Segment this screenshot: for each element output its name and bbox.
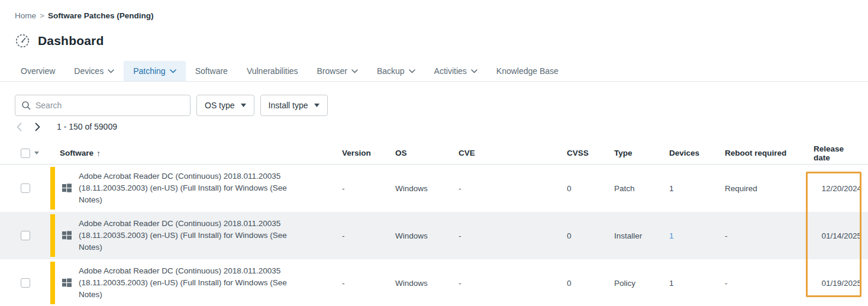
tab-knowledge-base[interactable]: Knowledge Base bbox=[487, 61, 568, 81]
reboot-required-cell: - bbox=[725, 231, 814, 240]
select-all-checkbox[interactable] bbox=[21, 149, 30, 158]
tab-devices[interactable]: Devices bbox=[64, 61, 124, 81]
chevron-down-icon bbox=[409, 69, 415, 73]
column-header-devices[interactable]: Devices bbox=[669, 149, 725, 157]
cve-cell: - bbox=[459, 231, 567, 240]
tab-patching[interactable]: Patching bbox=[124, 61, 185, 81]
type-cell: Installer bbox=[614, 231, 669, 240]
sort-ascending-icon: ↑ bbox=[96, 149, 101, 158]
row-checkbox[interactable] bbox=[21, 278, 30, 288]
software-cell: Adobe Acrobat Reader DC (Continuous) 201… bbox=[44, 259, 342, 306]
row-checkbox[interactable] bbox=[21, 231, 30, 240]
column-header-os[interactable]: OS bbox=[395, 149, 459, 157]
release-date-cell: 01/19/2025 bbox=[814, 279, 861, 288]
column-header-release-date[interactable]: Release date bbox=[814, 144, 861, 162]
filter-bar: OS type Install type bbox=[15, 95, 328, 116]
software-cell: Adobe Acrobat Reader DC (Continuous) 201… bbox=[44, 165, 342, 212]
patches-table: Software ↑ Version OS CVE CVSS Type Devi… bbox=[0, 142, 868, 306]
search-input[interactable] bbox=[36, 101, 184, 110]
tab-activities[interactable]: Activities bbox=[425, 61, 487, 81]
windows-icon bbox=[62, 278, 72, 288]
table-row[interactable]: Adobe Acrobat Reader DC (Continuous) 201… bbox=[0, 212, 868, 259]
pagination-range: 1 - 150 of 59009 bbox=[57, 122, 117, 131]
tab-backup[interactable]: Backup bbox=[367, 61, 425, 81]
tab-browser[interactable]: Browser bbox=[308, 61, 367, 81]
install-type-filter[interactable]: Install type bbox=[260, 95, 328, 116]
column-header-cvss[interactable]: CVSS bbox=[567, 149, 614, 157]
reboot-required-cell: - bbox=[725, 279, 814, 288]
select-menu-caret-icon[interactable] bbox=[34, 152, 39, 154]
tab-overview[interactable]: Overview bbox=[11, 61, 64, 81]
devices-cell[interactable]: 1 bbox=[669, 279, 725, 288]
reboot-required-cell: Required bbox=[725, 184, 814, 193]
search-icon bbox=[21, 101, 31, 110]
windows-icon bbox=[62, 231, 72, 240]
previous-page-icon[interactable] bbox=[17, 123, 22, 131]
type-cell: Policy bbox=[614, 279, 669, 288]
cvss-cell: 0 bbox=[567, 231, 614, 240]
breadcrumb: Home > Software Patches (Pending) bbox=[15, 11, 153, 20]
os-cell: Windows bbox=[395, 231, 459, 240]
version-cell: - bbox=[342, 184, 395, 193]
breadcrumb-home-link[interactable]: Home bbox=[15, 11, 36, 20]
type-cell: Patch bbox=[614, 184, 669, 193]
devices-cell[interactable]: 1 bbox=[669, 184, 725, 193]
patching-dashboard-page: Home > Software Patches (Pending) Dashbo… bbox=[0, 0, 868, 306]
chevron-down-icon bbox=[108, 69, 114, 73]
software-name: Adobe Acrobat Reader DC (Continuous) 201… bbox=[79, 218, 311, 253]
chevron-down-icon bbox=[351, 69, 358, 73]
severity-bar bbox=[50, 167, 55, 210]
row-select-cell bbox=[15, 183, 44, 193]
os-cell: Windows bbox=[395, 184, 459, 193]
caret-down-icon bbox=[314, 104, 320, 107]
column-header-software[interactable]: Software ↑ bbox=[44, 149, 342, 158]
os-cell: Windows bbox=[395, 279, 459, 288]
cve-cell: - bbox=[459, 184, 567, 193]
release-date-cell: 01/14/2025 bbox=[814, 231, 861, 240]
column-header-type[interactable]: Type bbox=[614, 149, 669, 157]
caret-down-icon bbox=[241, 104, 246, 107]
pagination: 1 - 150 of 59009 bbox=[17, 122, 117, 131]
release-date-cell: 12/20/2024 bbox=[814, 184, 861, 193]
gauge-icon bbox=[15, 33, 30, 49]
tab-software[interactable]: Software bbox=[186, 61, 237, 81]
table-row[interactable]: Adobe Acrobat Reader DC (Continuous) 201… bbox=[0, 165, 868, 212]
header-select-cell bbox=[15, 149, 44, 158]
tab-vulnerabilities[interactable]: Vulnerabilities bbox=[237, 61, 308, 81]
version-cell: - bbox=[342, 231, 395, 240]
row-checkbox[interactable] bbox=[21, 183, 30, 193]
software-name: Adobe Acrobat Reader DC (Continuous) 201… bbox=[79, 265, 311, 301]
breadcrumb-current: Software Patches (Pending) bbox=[48, 11, 154, 20]
breadcrumb-separator: > bbox=[40, 11, 44, 20]
table-header-row: Software ↑ Version OS CVE CVSS Type Devi… bbox=[0, 142, 868, 165]
software-cell: Adobe Acrobat Reader DC (Continuous) 201… bbox=[44, 212, 342, 259]
dashboard-tab-bar: Overview Devices Patching Software Vulne… bbox=[0, 61, 868, 82]
page-header: Dashboard bbox=[15, 33, 104, 49]
cvss-cell: 0 bbox=[567, 184, 614, 193]
software-name: Adobe Acrobat Reader DC (Continuous) 201… bbox=[79, 170, 311, 206]
row-select-cell bbox=[15, 231, 44, 240]
column-header-version[interactable]: Version bbox=[342, 149, 395, 157]
search-box[interactable] bbox=[15, 95, 191, 116]
severity-bar bbox=[50, 262, 55, 304]
page-title: Dashboard bbox=[38, 34, 104, 48]
chevron-down-icon bbox=[170, 69, 176, 73]
cvss-cell: 0 bbox=[567, 279, 614, 288]
windows-icon bbox=[62, 183, 72, 193]
column-header-reboot-required[interactable]: Reboot required bbox=[725, 149, 814, 157]
devices-link[interactable]: 1 bbox=[669, 231, 725, 240]
table-row[interactable]: Adobe Acrobat Reader DC (Continuous) 201… bbox=[0, 259, 868, 306]
version-cell: - bbox=[342, 279, 395, 288]
cve-cell: - bbox=[459, 279, 567, 288]
column-header-cve[interactable]: CVE bbox=[459, 149, 567, 157]
next-page-icon[interactable] bbox=[35, 123, 40, 131]
severity-bar bbox=[50, 214, 55, 257]
row-select-cell bbox=[15, 278, 44, 288]
chevron-down-icon bbox=[471, 69, 477, 73]
os-type-filter[interactable]: OS type bbox=[196, 95, 254, 116]
